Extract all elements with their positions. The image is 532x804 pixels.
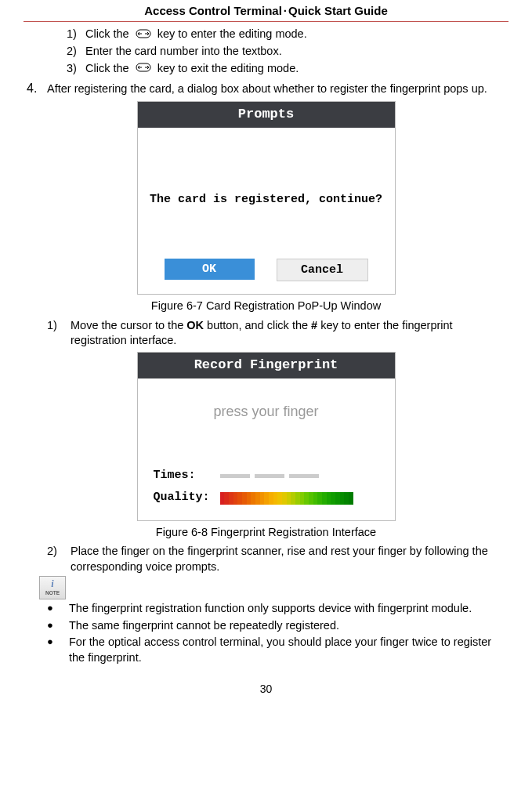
sub-steps-list-3: 2) Place the finger on the fingerprint s… xyxy=(47,544,501,574)
bullet-item: ● For the optical access control termina… xyxy=(47,635,501,665)
header-separator: · xyxy=(284,4,287,17)
page-header: Access Control Terminal·Quick Start Guid… xyxy=(24,0,508,21)
sub-step-1b: 1) Move the cursor to the OK button, and… xyxy=(47,318,501,349)
quality-bar xyxy=(220,492,353,505)
step-number: 4. xyxy=(27,80,47,97)
note-label: NOTE xyxy=(45,590,60,597)
step-text: Place the finger on the fingerprint scan… xyxy=(71,544,501,574)
dialog-title: Record Fingerprint xyxy=(138,353,395,378)
step-number: 3) xyxy=(67,61,85,77)
step-number: 1) xyxy=(47,318,71,349)
step-number: 2) xyxy=(47,544,71,574)
bullet-item: ● The same fingerprint cannot be repeate… xyxy=(47,618,501,634)
bullet-icon: ● xyxy=(47,635,69,665)
times-row: Times: xyxy=(154,468,379,483)
step-number: 2) xyxy=(67,44,85,60)
step-text: Click the key to exit the editing mode. xyxy=(85,61,501,77)
note-icon: i NOTE xyxy=(39,576,66,599)
dialog-body: The card is registered, continue? xyxy=(138,128,395,249)
bullet-text: The fingerprint registration function on… xyxy=(69,601,501,617)
page-number: 30 xyxy=(24,682,508,697)
bullet-icon: ● xyxy=(47,618,69,634)
bullet-item: ● The fingerprint registration function … xyxy=(47,601,501,617)
prompts-dialog: Prompts The card is registered, continue… xyxy=(137,101,396,295)
main-step-4: 4. After registering the card, a dialog … xyxy=(27,80,508,97)
dialog-buttons: OK Cancel xyxy=(138,249,395,294)
sub-step-3: 3) Click the key to exit the editing mod… xyxy=(67,61,501,77)
header-divider xyxy=(24,21,508,22)
press-finger-text: press your finger xyxy=(154,402,379,421)
step-text: Enter the card number into the textbox. xyxy=(85,44,501,60)
step-number: 1) xyxy=(67,27,85,42)
figure-caption-2: Figure 6-8 Fingerprint Registration Inte… xyxy=(24,525,508,541)
record-fingerprint-dialog: Record Fingerprint press your finger Tim… xyxy=(137,352,396,521)
times-segment xyxy=(255,474,284,478)
ok-button[interactable]: OK xyxy=(165,259,255,280)
sub-step-2b: 2) Place the finger on the fingerprint s… xyxy=(47,544,501,574)
sub-steps-list-2: 1) Move the cursor to the OK button, and… xyxy=(47,318,501,349)
note-bullet-list: ● The fingerprint registration function … xyxy=(47,601,501,665)
dialog-title: Prompts xyxy=(138,102,395,128)
header-title-right: Quick Start Guide xyxy=(288,4,388,17)
times-segment xyxy=(220,474,250,478)
times-segment xyxy=(289,474,319,478)
step-text: After registering the card, a dialog box… xyxy=(47,80,508,97)
sub-step-2: 2) Enter the card number into the textbo… xyxy=(67,44,501,60)
times-label: Times: xyxy=(154,468,220,483)
step-text: Move the cursor to the OK button, and cl… xyxy=(71,318,501,349)
cancel-button[interactable]: Cancel xyxy=(277,259,368,281)
document-page: Access Control Terminal·Quick Start Guid… xyxy=(0,0,532,712)
edit-key-icon xyxy=(135,61,152,77)
info-i-icon: i xyxy=(47,579,58,590)
quality-label: Quality: xyxy=(154,490,220,505)
header-title-left: Access Control Terminal xyxy=(144,4,282,17)
sub-steps-list: 1) Click the key to enter the editing mo… xyxy=(67,27,501,76)
bullet-text: For the optical access control terminal,… xyxy=(69,635,501,665)
sub-step-1: 1) Click the key to enter the editing mo… xyxy=(67,27,501,42)
bullet-text: The same fingerprint cannot be repeatedl… xyxy=(69,618,501,634)
dialog-message: The card is registered, continue? xyxy=(150,192,382,208)
edit-key-icon xyxy=(135,27,152,43)
figure-caption-1: Figure 6-7 Card Registration PoP-Up Wind… xyxy=(24,299,508,314)
bullet-icon: ● xyxy=(47,601,69,617)
step-text: Click the key to enter the editing mode. xyxy=(85,27,501,42)
quality-row: Quality: xyxy=(154,490,379,505)
times-indicator xyxy=(220,474,319,478)
dialog-body: press your finger Times: Quality: xyxy=(138,378,395,520)
